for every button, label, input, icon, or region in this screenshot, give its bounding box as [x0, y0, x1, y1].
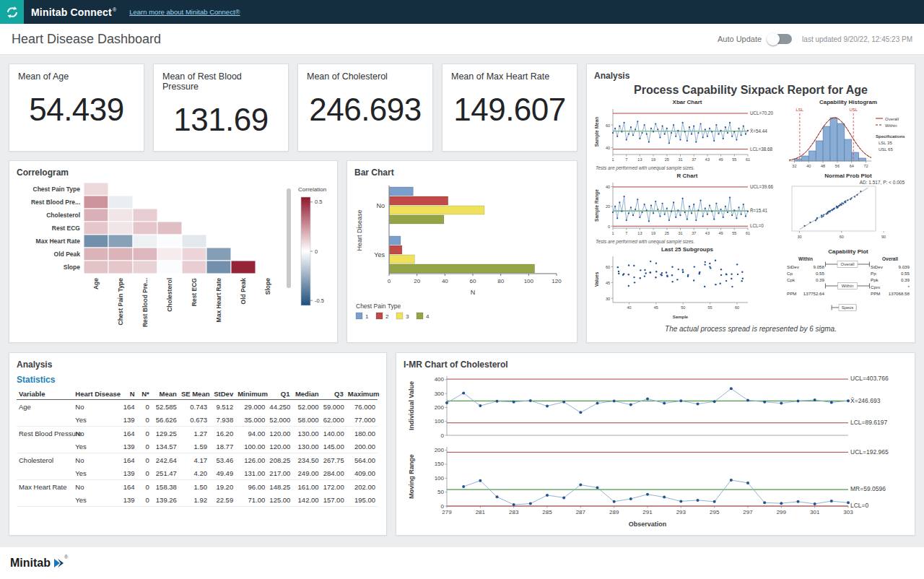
svg-text:Overall: Overall	[885, 117, 899, 121]
statistics-subtitle[interactable]: Statistics	[9, 372, 386, 388]
svg-text:Chest Pain Type: Chest Pain Type	[33, 186, 81, 193]
table-row: Max Heart RateNo1640158.381.5019.2096.00…	[17, 480, 378, 494]
column-header: Q3	[321, 388, 346, 400]
svg-text:279: 279	[442, 509, 452, 515]
svg-text:1: 1	[611, 157, 614, 162]
cap-stat-row: PPM137752.64	[787, 290, 824, 297]
svg-text:USL 65: USL 65	[879, 147, 893, 152]
svg-text:200: 200	[435, 447, 445, 453]
svg-text:61: 61	[746, 231, 750, 235]
svg-text:31: 31	[678, 157, 682, 162]
top-bar: Minitab Connect® Learn more about Minita…	[0, 0, 924, 24]
svg-text:LCL=0: LCL=0	[850, 502, 869, 509]
svg-text:48: 48	[821, 164, 825, 168]
kpi-card-max-heart-rate: Mean of Max Heart Rate 149.607	[442, 64, 578, 152]
svg-text:0.5: 0.5	[315, 199, 322, 205]
toggle-knob	[767, 32, 780, 45]
panel-title: I-MR Chart of Cholesterol	[396, 353, 915, 372]
column-header: Q1	[267, 388, 292, 400]
table-row: Yes1390139.261.9222.5971.00125.00142.001…	[17, 493, 378, 507]
svg-text:301: 301	[810, 509, 820, 515]
chart-title: Xbar Chart	[593, 99, 782, 105]
normal-prob-plot-chart[interactable]: Normal Prob Plot AD: 1.517, P: < 0.005 3…	[786, 173, 910, 248]
last-25-subgroups-chart[interactable]: Last 25 Subgroups 3045604045505560Sample…	[593, 246, 782, 323]
sixpack-footnote: The actual process spread is represented…	[587, 325, 915, 333]
statistics-panel: Analysis Statistics VariableHeart Diseas…	[9, 352, 387, 536]
svg-text:150: 150	[435, 461, 445, 467]
cap-stat-row: Cpm*	[871, 284, 910, 290]
svg-text:60: 60	[606, 123, 610, 128]
sixpack-report-title: Process Capability Sixpack Report for Ag…	[587, 84, 915, 97]
svg-text:90: 90	[881, 235, 886, 239]
cap-stat-row: Ppk0.39	[871, 277, 910, 283]
svg-text:285: 285	[542, 509, 552, 515]
kpi-label: Mean of Age	[9, 64, 144, 82]
svg-text:Slope: Slope	[64, 264, 80, 271]
svg-text:0: 0	[608, 225, 610, 229]
svg-text:300: 300	[435, 391, 445, 397]
correlogram-chart[interactable]: Chest Pain TypeRest Blood Pre...Choleste…	[9, 180, 337, 344]
svg-text:50: 50	[681, 305, 685, 310]
svg-text:19: 19	[651, 157, 655, 162]
svg-text:Rest ECG: Rest ECG	[191, 278, 198, 307]
svg-text:4: 4	[426, 313, 430, 320]
svg-text:55: 55	[732, 157, 736, 162]
svg-text:Chest Pain Type: Chest Pain Type	[356, 302, 401, 310]
auto-update-toggle[interactable]	[769, 34, 792, 44]
kpi-value: 149.607	[443, 92, 577, 128]
svg-text:7: 7	[625, 231, 627, 235]
svg-text:Specifications: Specifications	[876, 134, 905, 139]
column-header: Median	[292, 388, 321, 400]
svg-text:30: 30	[797, 235, 801, 239]
svg-text:Moving Range: Moving Range	[408, 454, 415, 499]
svg-text:400: 400	[435, 376, 445, 383]
xbar-chart[interactable]: Xbar Chart 406017131925313743495561UCL=7…	[593, 99, 782, 170]
table-row: AgeNo164052.5850.7439.51229.00044.25052.…	[17, 400, 378, 414]
table-row: Yes139056.6260.6737.93835.00052.00058.00…	[17, 413, 378, 427]
svg-text:295: 295	[710, 509, 720, 515]
svg-text:Within: Within	[885, 123, 897, 128]
svg-text:13: 13	[637, 231, 642, 235]
kpi-label: Mean of Max Heart Rate	[443, 64, 577, 82]
imr-chart[interactable]: 0100200300400UCL=403.766X̄=246.693LCL=89…	[396, 372, 915, 532]
svg-text:60: 60	[470, 278, 476, 284]
svg-text:LSL: LSL	[796, 108, 804, 112]
svg-text:Max Heart Rate: Max Heart Rate	[215, 278, 222, 323]
capability-plot-chart[interactable]: Capability Plot WithinStDev9.058Cp0.55Cp…	[786, 248, 910, 316]
svg-text:55: 55	[732, 231, 736, 235]
r-chart[interactable]: R Chart 0204017131925313743495561UCL=39.…	[593, 173, 782, 244]
svg-text:LCL=89.6197: LCL=89.6197	[850, 419, 888, 426]
capability-histogram-chart[interactable]: Capability Histogram LSLUSL324048566472O…	[786, 99, 910, 173]
svg-text:Heart Disease: Heart Disease	[356, 209, 363, 251]
minitab-logo-text[interactable]: Minitab	[10, 557, 51, 570]
cap-stat-row: Pp0.55	[871, 270, 910, 277]
svg-text:Slope: Slope	[264, 278, 271, 295]
column-header: Heart Disease	[73, 388, 119, 400]
chart-note: Tests are performed with unequal sample …	[596, 239, 782, 244]
svg-text:LCL=38.68: LCL=38.68	[750, 147, 772, 152]
svg-text:UCL=403.766: UCL=403.766	[850, 375, 889, 382]
bar-chart[interactable]: NoYes020406080100120NHeart DiseaseChest …	[347, 180, 577, 337]
statistics-table: VariableHeart DiseaseNN*MeanSE MeanStDev…	[9, 388, 386, 507]
svg-text:Chest Pain Type: Chest Pain Type	[117, 278, 124, 326]
minitab-connect-logo[interactable]	[0, 0, 24, 24]
svg-text:N: N	[471, 289, 476, 296]
panel-title: Analysis	[587, 64, 915, 83]
svg-text:80: 80	[497, 278, 504, 284]
analysis-sixpack-panel: Analysis Process Capability Sixpack Repo…	[586, 64, 915, 343]
kpi-value: 246.693	[298, 92, 432, 128]
column-header: N	[120, 388, 137, 400]
svg-text:X̄=246.693: X̄=246.693	[850, 397, 881, 404]
svg-text:LSL 35: LSL 35	[879, 141, 892, 145]
svg-text:Correlation: Correlation	[298, 186, 326, 193]
cap-stat-row: Cp0.55	[787, 270, 824, 277]
chart-title: Capability Plot	[786, 248, 910, 255]
svg-text:40: 40	[442, 278, 448, 284]
brand-name: Minitab Connect®	[31, 6, 116, 18]
svg-text:43: 43	[705, 231, 710, 235]
svg-text:100: 100	[524, 278, 534, 284]
minitab-logo-mark	[53, 557, 64, 569]
learn-more-link[interactable]: Learn more about Minitab Connect®	[129, 8, 240, 16]
svg-text:40: 40	[627, 305, 631, 310]
cap-stat-row: StDev9.058	[787, 264, 824, 270]
